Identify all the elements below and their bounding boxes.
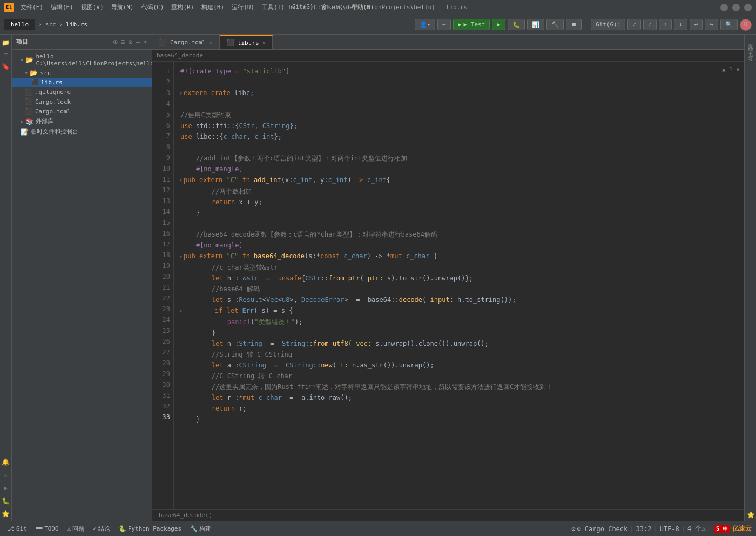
scratch-icon: 📝 [21,128,29,136]
git-label: Git(G): [591,19,625,30]
back-button[interactable]: ← [437,19,451,30]
undo-button[interactable]: ↩ [690,19,703,30]
collapse-icon[interactable]: ≡ [121,38,125,46]
coverage-button[interactable]: 📊 [527,19,544,30]
tree-item-hello[interactable]: ▼ 📂 hello C:\Users\dell\CLionProjects\he… [12,52,152,68]
file-panel: 项目 ⊕ ≡ ⚙ — ▾ ▼ 📂 hello C:\Users\dell\CLi… [12,35,152,521]
line-number-15: 15 [152,217,170,228]
tab-cargo-toml[interactable]: ⬛ Cargo.toml ✕ [152,35,220,49]
panel-gear-icon[interactable]: ▾ [143,38,147,46]
fold-indicator-3[interactable]: ▾ [179,90,183,96]
test-run-button[interactable]: ▶ ▶ Test [453,19,490,30]
settings-icon[interactable]: ⚙ [129,38,133,46]
tree-item-cargo-lock[interactable]: ⬛ Cargo.lock [12,97,152,106]
menu-file[interactable]: 文件(F) [17,2,46,12]
bookmark-icon[interactable]: 🔖 [1,62,11,71]
editor-top-right[interactable]: ▲ 1 ∨ [722,66,740,73]
tree-item-gitignore[interactable]: ⬛ .gitignore [12,87,152,97]
fold-indicator-23[interactable]: ▾ [179,308,183,314]
external-label: 外部库 [36,117,53,125]
line-number-21: 21 [152,282,170,293]
run-icon[interactable]: ▶ [1,483,11,493]
maximize-button[interactable]: □ [732,4,740,11]
git-push[interactable]: ↑ [659,19,672,30]
cargotoml-tab-icon: ⬛ [159,38,167,46]
code-line-12: //两个数相加 [180,186,744,197]
menu-edit[interactable]: 编辑(E) [48,2,77,12]
stop-button[interactable]: ⏹ [566,19,582,30]
cargo-tab-close[interactable]: ✕ [209,39,213,46]
problems-tool-item[interactable]: ⚠ 问题 [64,524,88,534]
search-button[interactable]: 🔍 [720,19,738,30]
git-check1[interactable]: ✓ [627,19,641,30]
tree-item-src[interactable]: ▼ 📂 src [12,68,152,78]
structure-icon[interactable]: ≡ [1,50,11,59]
librs-tab-close[interactable]: ✕ [262,39,266,46]
minimize-button[interactable]: — [720,4,728,11]
menu-refactor[interactable]: 重构(R) [168,2,197,12]
git-pull[interactable]: ↓ [674,19,687,30]
encoding-item[interactable]: UTF-8 [660,525,679,533]
tree-item-external[interactable]: ▶ 📚 外部库 [12,116,152,126]
python-icon: 🐍 [119,525,126,532]
menu-code[interactable]: 代码(C) [138,2,167,12]
code-line-25: } [180,327,744,338]
avatar-button[interactable]: U [740,19,752,31]
tree-item-librs[interactable]: ⬛ lib.rs [12,78,152,87]
build-tool-item[interactable]: 🔧 构建 [187,524,214,534]
git-tool-item[interactable]: ⎇ Git [4,524,30,533]
redo-button[interactable]: ↪ [705,19,718,30]
main-area: 📁 ≡ 🔖 🔔 ⚠ ▶ 🐛 ⭐ 项目 ⊕ ≡ ⚙ — ▾ ▼ 📂 hello C… [0,35,756,521]
line-number-19: 19 [152,260,170,271]
fold-indicator-18[interactable]: ▾ [179,253,183,259]
todo-tool-item[interactable]: ≡≡ TODO [32,524,62,533]
tree-item-scratch[interactable]: 📝 临时文件和控制台 [12,126,152,137]
cargo-check-item[interactable]: ⚙ ⚙ Cargo Check [571,525,627,533]
menu-build[interactable]: 构建(B) [198,2,227,12]
git-check2[interactable]: ✓ [643,19,657,30]
close-button[interactable]: ✕ [744,4,752,11]
notifications-icon[interactable]: 🔔 [1,457,11,467]
debug-icon-left[interactable]: 🐛 [1,496,11,506]
conclusion-tool-item[interactable]: ✓ 结论 [90,524,113,534]
position-label: 33:2 [636,525,652,533]
python-packages-tool-item[interactable]: 🐍 Python Packages [116,524,185,533]
function-hint-text: base64_decode() [159,512,212,519]
menu-nav[interactable]: 导航(N) [108,2,137,12]
rust-file-icon: ⬛ [31,79,39,86]
problems-icon[interactable]: ⚠ [1,470,11,480]
line-number-26: 26 [152,336,170,347]
line-number-20: 20 [152,271,170,282]
star2-icon[interactable]: ⭐ [747,511,754,519]
menu-view[interactable]: 视图(V) [78,2,107,12]
panel-close-icon[interactable]: — [136,38,140,46]
add-icon[interactable]: ⊕ [113,38,118,46]
profile-button[interactable]: 👤▾ [415,19,436,30]
line-number-2: 2 [152,77,170,88]
window-controls: — □ ✕ [720,4,752,11]
cargolock-label: Cargo.lock [35,98,71,105]
code-line-20: let h : &str = unsafe{CStr::from_ptr( pt… [180,273,744,284]
code-content[interactable]: #![crate_type = "staticlib"]▾extern crat… [174,62,744,509]
project-icon[interactable]: 📁 [1,38,11,48]
debug-button[interactable]: 🐛 [508,19,525,30]
conclusion-label: 结论 [98,525,110,533]
build-button[interactable]: 🔨 [546,19,564,30]
run-button[interactable]: ▶ [492,19,505,30]
menu-tools[interactable]: 工具(T) [259,2,288,12]
line-number-28: 28 [152,358,170,368]
star-icon[interactable]: ⭐ [1,509,11,519]
tree-item-cargo-toml[interactable]: ⬛ Cargo.toml [12,106,152,116]
line-number-27: 27 [152,347,170,358]
line-number-16: 16 [152,228,170,239]
fold-indicator-11[interactable]: ▾ [179,177,183,183]
right-sidebar: 提 醒 书 签 ⭐ [744,35,756,521]
project-tab[interactable]: hello [4,19,35,30]
tab-lib-rs[interactable]: ⬛ lib.rs ✕ [220,35,273,49]
cargotoml-icon: ⬛ [25,108,33,115]
issues-item[interactable]: 4 个⚠ [687,524,706,533]
breadcrumb-text: base64_decode [157,52,203,59]
code-editor[interactable]: 1234567891011121314151617181920212223242… [152,62,744,509]
menu-run[interactable]: 运行(U) [228,2,258,12]
git-branch-icon: ⎇ [8,525,15,532]
